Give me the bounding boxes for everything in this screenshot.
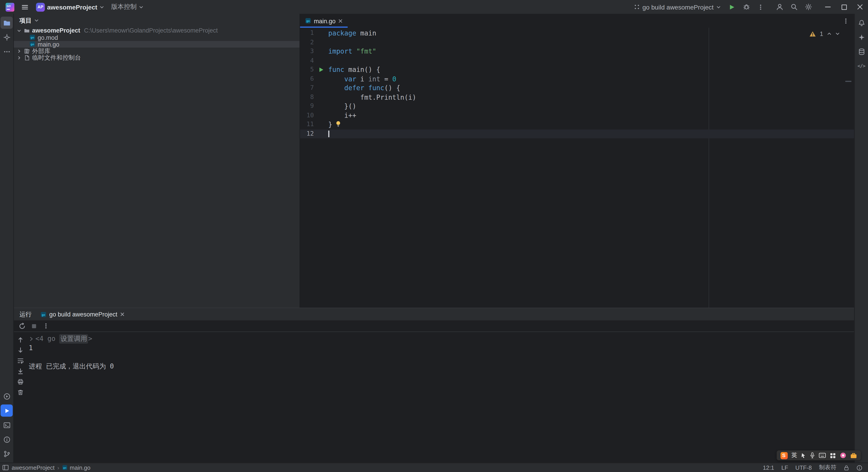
project-tool-button[interactable]	[0, 17, 13, 29]
prev-occurrence-button[interactable]	[16, 336, 25, 344]
code-line-1[interactable]: 1package main	[300, 29, 854, 38]
ime-keyboard-icon[interactable]	[819, 452, 826, 458]
editor-tab-main-go[interactable]: go main.go	[300, 14, 348, 28]
tree-row-scratches[interactable]: 临时文件和控制台	[14, 55, 300, 61]
run-more-options-button[interactable]	[43, 322, 49, 329]
line-number: 1	[300, 29, 314, 38]
main-menu-button[interactable]	[18, 0, 32, 14]
line-number: 4	[300, 56, 314, 65]
line-ending-widget[interactable]: LF	[781, 464, 788, 471]
code-line-3[interactable]: 3import "fmt"	[300, 47, 854, 56]
problems-tool-button[interactable]	[0, 433, 13, 445]
user-account-button[interactable]	[772, 0, 786, 14]
breadcrumb-file[interactable]: go main.go	[62, 464, 90, 471]
readonly-lock-icon[interactable]	[844, 465, 849, 471]
code-line-11[interactable]: 11}	[300, 120, 854, 129]
debug-button[interactable]	[739, 0, 753, 14]
intention-bulb-icon[interactable]	[336, 121, 341, 127]
rerun-button[interactable]	[19, 322, 25, 329]
project-selector[interactable]: AP awesomeProject	[33, 1, 107, 13]
more-actions-button[interactable]	[753, 0, 768, 14]
scroll-to-end-button[interactable]	[16, 367, 25, 375]
code-text: }()	[328, 102, 356, 111]
print-button[interactable]	[16, 378, 25, 386]
tree-row-external-libraries[interactable]: 外部库	[14, 48, 300, 55]
chevron-down-icon[interactable]	[835, 32, 840, 36]
version-control-tool-button[interactable]	[0, 448, 13, 460]
fold-arrow-icon[interactable]	[29, 336, 34, 341]
indent-widget[interactable]: 制表符	[819, 464, 836, 471]
console-line-1: 1	[29, 343, 854, 353]
next-occurrence-button[interactable]	[16, 346, 25, 354]
chevron-right-icon[interactable]	[17, 55, 22, 60]
database-tool-button[interactable]	[855, 45, 868, 58]
settings-gear-button[interactable]	[801, 0, 815, 14]
code-line-8[interactable]: 8 fmt.Println(i)	[300, 93, 854, 102]
ime-toolbox-icon[interactable]	[850, 452, 857, 459]
tree-row-project-root[interactable]: awesomeProject C:\Users\meowr\GolandProj…	[14, 27, 300, 34]
vcs-widget[interactable]: 版本控制	[108, 1, 147, 13]
code-line-6[interactable]: 6 var i int = 0	[300, 74, 854, 84]
minimize-button[interactable]	[820, 0, 836, 14]
tab-close-icon[interactable]	[120, 312, 125, 317]
stop-button[interactable]	[31, 323, 37, 329]
chevron-up-icon[interactable]	[827, 32, 832, 36]
soft-wrap-button[interactable]	[16, 357, 25, 365]
ai-assistant-button[interactable]	[855, 31, 868, 43]
more-tool-windows-button[interactable]	[0, 45, 13, 58]
tab-options-button[interactable]	[842, 14, 854, 28]
scratch-file-icon	[24, 55, 30, 61]
close-button[interactable]	[852, 0, 868, 14]
run-button[interactable]	[725, 0, 739, 14]
code-line-2[interactable]: 2	[300, 38, 854, 47]
inspections-widget[interactable]: 1	[809, 31, 840, 37]
search-everywhere-button[interactable]	[786, 0, 801, 14]
sogou-logo-icon[interactable]: S	[780, 452, 787, 459]
run-tab[interactable]: go go build awesomeProject	[40, 311, 125, 318]
terminal-tool-button[interactable]	[0, 419, 13, 431]
code-line-7[interactable]: 7 defer func() {	[300, 84, 854, 93]
ide-info-icon[interactable]	[857, 465, 863, 471]
ime-skin-icon[interactable]	[840, 452, 846, 459]
commit-tool-button[interactable]	[0, 31, 13, 43]
code-line-9[interactable]: 9 }()	[300, 102, 854, 111]
code-line-10[interactable]: 10 i++	[300, 111, 854, 120]
clear-console-button[interactable]	[16, 388, 25, 396]
scrollbar-mark[interactable]	[845, 81, 851, 82]
endpoints-code-button[interactable]: </>	[855, 60, 868, 72]
console-output[interactable]: <4 go 设置调用>1进程 已完成，退出代码为 0	[27, 332, 854, 463]
code-line-5[interactable]: 5func main() {	[300, 65, 854, 74]
chevron-down-icon[interactable]	[17, 28, 22, 33]
encoding-widget[interactable]: UTF-8	[796, 464, 812, 471]
svg-text:go: go	[31, 43, 34, 46]
chevron-down-icon	[99, 5, 104, 9]
code-line-4[interactable]: 4	[300, 56, 854, 65]
ime-apps-grid-icon[interactable]	[830, 452, 836, 459]
tool-window-layout-button[interactable]	[2, 464, 9, 471]
run-panel-title[interactable]: 运行	[20, 310, 32, 318]
code-line-12[interactable]: 12	[300, 129, 854, 138]
caret-position-widget[interactable]: 12:1	[763, 464, 774, 471]
breadcrumb-project[interactable]: awesomeProject	[11, 464, 55, 471]
svg-text:go: go	[63, 466, 66, 469]
tab-close-icon[interactable]	[338, 19, 343, 23]
project-tree: awesomeProject C:\Users\meowr\GolandProj…	[14, 27, 300, 308]
ime-pointer-icon[interactable]	[801, 452, 806, 459]
tree-row-main-go[interactable]: go main.go	[14, 41, 300, 48]
run-config-selector[interactable]: go build awesomeProject	[630, 2, 725, 11]
run-tool-button[interactable]	[0, 404, 13, 417]
console-fold-chip[interactable]: 设置调用	[59, 334, 88, 343]
ime-mode-toggle[interactable]: 英	[792, 451, 797, 459]
gutter-slot	[314, 29, 329, 38]
code-text: import "fmt"	[328, 47, 376, 56]
ime-mic-icon[interactable]	[810, 452, 815, 459]
editor-content[interactable]: 1package main23import "fmt"45func main()…	[300, 28, 854, 308]
chevron-right-icon[interactable]	[17, 49, 22, 54]
maximize-button[interactable]	[836, 0, 852, 14]
tree-row-go-mod[interactable]: go go.mod	[14, 34, 300, 41]
notifications-bell-button[interactable]	[855, 17, 868, 29]
run-gutter-icon[interactable]	[314, 65, 329, 74]
tree-root-label: awesomeProject	[32, 27, 80, 34]
project-panel-header[interactable]: 项目	[14, 14, 300, 27]
services-tool-button[interactable]	[0, 390, 13, 402]
